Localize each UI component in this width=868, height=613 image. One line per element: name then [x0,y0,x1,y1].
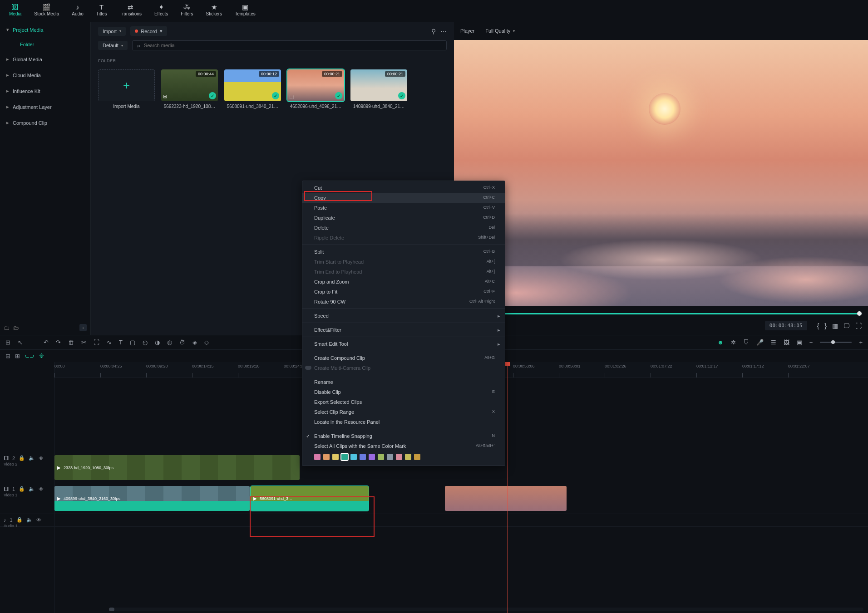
compare-icon[interactable]: ▥ [832,322,838,329]
clip-field-selected[interactable]: ▶5608091-uhd_3… [251,486,369,511]
color-swatch[interactable] [341,454,348,460]
h-scrollbar[interactable] [109,608,863,611]
track-lane[interactable]: ▶409899-uhd_3840_2160_30fps ▶5608091-uhd… [54,483,868,514]
media-thumb[interactable]: 00:00:44 ⊞ [161,69,218,101]
ctx-duplicate[interactable]: DuplicateCtrl+D [302,213,505,223]
tl-ai-icon[interactable]: ☻ [717,339,724,346]
tl-pic-icon[interactable]: 🖼 [784,339,789,346]
tl-trash-icon[interactable]: 🗑 [68,339,74,346]
sort-dropdown[interactable]: Default ▾ [98,41,128,50]
bracket-open-icon[interactable]: { [817,322,819,329]
ctx-effect-filter[interactable]: Effect&Filter [302,325,505,335]
tl-grid-icon[interactable]: ⊞ [5,339,10,346]
search-input[interactable] [144,43,442,48]
top-tab-stickers[interactable]: ★Stickers [200,3,229,18]
color-swatch[interactable] [350,454,357,460]
ctx-split[interactable]: SplitCtrl+B [302,247,505,257]
tl-mode1-icon[interactable]: ⊟ [5,353,10,359]
tl-shield-icon[interactable]: ⛉ [743,339,749,346]
top-tab-stock-media[interactable]: 🎬Stock Media [28,3,65,18]
sidebar-item-project-media[interactable]: ▾Project Media [0,22,90,38]
top-tab-media[interactable]: 🖼Media [3,3,28,18]
import-dropdown[interactable]: Import ▾ [98,27,126,36]
tl-key-icon[interactable]: ◈ [192,339,197,346]
ctx-smart-edit-tool[interactable]: Smart Edit Tool [302,339,505,349]
tl-list-icon[interactable]: ☰ [771,339,776,346]
tl-gear-icon[interactable]: ✲ [731,339,736,346]
ctx-disable-clip[interactable]: Disable ClipE [302,387,505,397]
lock-icon[interactable]: 🔒 [19,486,25,492]
tl-zoom-out-icon[interactable]: − [809,339,813,346]
top-tab-titles[interactable]: TTitles [90,3,113,18]
more-icon[interactable]: ⋯ [440,28,447,35]
visible-icon[interactable]: 👁 [36,517,41,523]
quality-dropdown[interactable]: Full Quality ▾ [481,26,519,35]
ctx-crop-and-zoom[interactable]: Crop and ZoomAlt+C [302,277,505,287]
new-bin-icon[interactable]: 🗁 [13,324,19,331]
tl-frame-icon[interactable]: ▣ [797,339,802,346]
tl-undo-icon[interactable]: ↶ [44,339,49,346]
media-clip[interactable]: 00:00:12 5608091-uhd_3840_21… [224,69,281,109]
new-folder-icon[interactable]: 🗀 [4,324,10,331]
color-swatch[interactable] [369,454,375,460]
color-swatch[interactable] [360,454,366,460]
ctx-delete[interactable]: DeleteDel [302,223,505,233]
import-media-card[interactable]: + [98,69,155,101]
media-clip[interactable]: 00:00:21 1409899-uhd_3840_21… [350,69,407,109]
top-tab-filters[interactable]: ⁂Filters [174,3,199,18]
tl-magnet-icon[interactable]: ※ [39,353,44,359]
ctx-cut[interactable]: CutCtrl+X [302,183,505,193]
sidebar-collapse-btn[interactable]: ‹ [79,324,87,331]
scrub-knob[interactable] [857,311,862,316]
lock-icon[interactable]: 🔒 [19,455,25,461]
media-clip[interactable]: 00:00:44 ⊞ 5692323-hd_1920_108… [161,69,218,109]
sidebar-item-global-media[interactable]: ▸Global Media [0,51,90,67]
tl-crop-icon[interactable]: ⛶ [94,339,99,346]
tl-pointer-icon[interactable]: ↖ [18,339,23,346]
top-tab-audio[interactable]: ♪Audio [65,3,90,18]
ctx-speed[interactable]: Speed [302,311,505,321]
tl-zoom-in-icon[interactable]: + [859,339,863,346]
color-swatch[interactable] [396,454,402,460]
clip-beach[interactable]: ▶409899-uhd_3840_2160_30fps [54,486,250,511]
sidebar-item-cloud-media[interactable]: ▸Cloud Media [0,67,90,83]
record-dropdown[interactable]: Record ▾ [130,26,167,36]
lock-icon[interactable]: 🔒 [16,517,23,523]
visible-icon[interactable]: 👁 [39,456,44,461]
ctx-copy[interactable]: CopyCtrl+C [302,193,505,203]
tl-tag-icon[interactable]: ◇ [204,339,209,346]
tl-chroma-icon[interactable]: ◍ [167,339,172,346]
h-scroll-thumb[interactable] [109,608,114,611]
sidebar-child-folder[interactable]: Folder [0,38,90,51]
ctx-enable-timeline-snapping[interactable]: ✓Enable Timeline SnappingN [302,431,505,441]
tl-rect-icon[interactable]: ▢ [130,339,135,346]
sidebar-item-influence-kit[interactable]: ▸Influence Kit [0,83,90,99]
tl-speed-icon[interactable]: ◴ [143,339,148,346]
display-icon[interactable]: 🖵 [843,322,850,329]
ctx-rotate-90-cw[interactable]: Rotate 90 CWCtrl+Alt+Right [302,297,505,307]
color-swatch[interactable] [323,454,330,460]
scrub-bar[interactable] [460,311,862,316]
color-swatch[interactable] [332,454,339,460]
track-lane[interactable] [54,514,868,526]
tl-text-icon[interactable]: T [119,339,123,346]
color-swatch[interactable] [387,454,393,460]
tl-audio-icon[interactable]: ∿ [107,339,112,346]
tl-mic-icon[interactable]: 🎤 [756,339,764,346]
ctx-locate-in-the-resource-panel[interactable]: Locate in the Resource Panel [302,417,505,427]
top-tab-templates[interactable]: ▣Templates [228,3,262,18]
ctx-crop-to-fit[interactable]: Crop to FitCtrl+F [302,287,505,297]
mute-icon[interactable]: 🔈 [29,455,35,461]
clip-sunset[interactable] [445,486,567,511]
tl-mode2-icon[interactable]: ⊞ [15,353,20,359]
tl-timer-icon[interactable]: ⏱ [179,339,185,346]
top-tab-effects[interactable]: ✦Effects [148,3,174,18]
mute-icon[interactable]: 🔈 [29,486,35,492]
ctx-rename[interactable]: Rename [302,377,505,387]
media-thumb[interactable]: 00:00:21 [350,69,407,101]
mute-icon[interactable]: 🔈 [26,517,33,523]
zoom-slider[interactable] [820,342,852,343]
preview-viewport[interactable] [454,40,868,306]
playhead[interactable] [508,362,508,613]
color-swatch[interactable] [314,454,321,460]
